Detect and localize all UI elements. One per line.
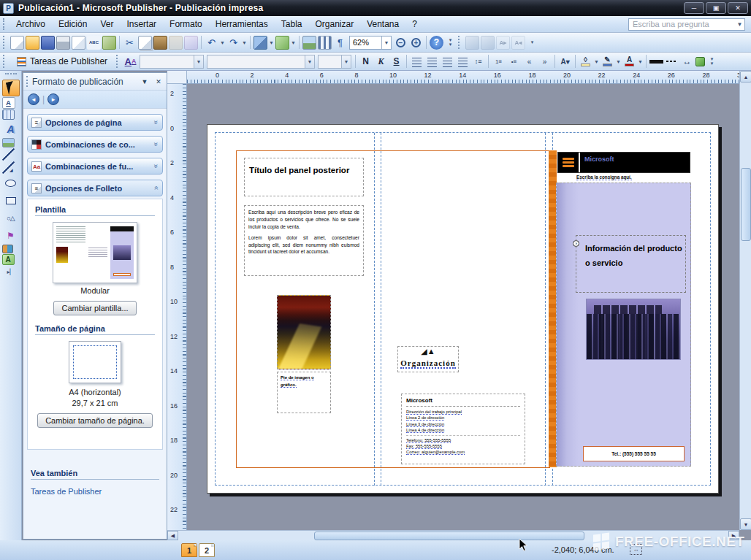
chevron-down-icon[interactable]: ▼ (615, 55, 622, 69)
chevron-down-icon[interactable]: ▼ (735, 19, 744, 30)
toolbar-options-button[interactable]: ▾▾ (446, 34, 455, 50)
toolbar-grip[interactable] (3, 18, 7, 30)
line-tool-icon[interactable] (2, 148, 15, 161)
minimize-button[interactable]: ─ (684, 2, 704, 14)
zoom-combo[interactable]: 62% ▼ (349, 36, 392, 50)
chevron-down-icon[interactable]: ▼ (241, 36, 248, 50)
bullets-icon[interactable]: •≡ (507, 55, 521, 69)
publisher-tasks-link[interactable]: Tareas de Publisher (31, 487, 102, 496)
template-thumbnail[interactable] (53, 222, 137, 283)
bring-to-front-icon[interactable] (253, 36, 267, 50)
line-spacing-icon[interactable]: ↕≡ (471, 55, 485, 69)
phone-textbox[interactable]: Tel.: (555) 555 55 55 (583, 446, 685, 461)
save-icon[interactable] (41, 36, 55, 50)
menu-insertar[interactable]: Insertar (120, 17, 163, 31)
toolbar-expand-icon[interactable]: ▸▏ (7, 269, 14, 275)
menu-ventana[interactable]: Ventana (360, 17, 405, 31)
cut-icon[interactable]: ✂ (123, 36, 137, 50)
redo-icon[interactable]: ↷ (226, 36, 240, 50)
menu-tabla[interactable]: Tabla (275, 17, 309, 31)
bookmark-tool-icon[interactable]: ⚑ (2, 227, 20, 244)
style-combo[interactable]: ▼ (140, 55, 204, 69)
section-color-schemes[interactable]: Combinaciones de co...» (27, 136, 163, 153)
publisher-tasks-button[interactable]: Tareas de Publisher (11, 54, 113, 69)
wordart-tool-icon[interactable]: A (2, 120, 20, 137)
menu-formato[interactable]: Formato (163, 17, 209, 31)
chevron-down-icon[interactable]: ▼ (219, 36, 226, 50)
zoom-in-icon[interactable]: + (409, 36, 423, 50)
toolbar-options-button[interactable]: ▾ (527, 34, 537, 50)
bold-button[interactable]: N (359, 55, 373, 69)
chevron-up-icon[interactable]: » (153, 186, 161, 191)
front-logo-bar[interactable]: Microsoft (557, 152, 690, 173)
autoshapes-tool-icon[interactable]: ○△ (2, 210, 20, 226)
align-left-icon[interactable] (410, 57, 424, 68)
picture-icon[interactable] (302, 36, 316, 50)
front-panel-picture[interactable] (586, 299, 681, 360)
chevron-down-icon[interactable]: ▼ (268, 36, 275, 50)
spelling-icon[interactable]: ABC (87, 36, 101, 50)
oval-tool-icon[interactable] (2, 174, 20, 191)
back-icon[interactable]: ◂ (28, 93, 39, 105)
paste-icon[interactable] (153, 36, 167, 50)
italic-button[interactable]: K (374, 55, 388, 69)
publication-page[interactable]: Título del panel posterior Escriba aquí … (207, 124, 719, 494)
content-library-tool-icon[interactable]: A (2, 254, 15, 265)
section-font-schemes[interactable]: AaCombinaciones de fu...» (27, 158, 163, 174)
styles-icon[interactable]: AA (123, 55, 137, 69)
font-color-icon[interactable]: A (622, 55, 636, 69)
menu-organizar[interactable]: Organizar (308, 17, 360, 31)
chevron-down-icon[interactable]: ▼ (341, 55, 351, 68)
special-characters-icon[interactable]: ¶ (333, 36, 347, 50)
increase-indent-icon[interactable]: » (538, 55, 552, 69)
chevron-down-icon[interactable]: ▼ (637, 55, 644, 69)
chevron-down-icon[interactable]: » (153, 142, 161, 147)
numbering-icon[interactable]: 1≡ (492, 55, 506, 69)
product-title-textbox[interactable]: Información del producto o servicio (576, 235, 686, 293)
dash-style-icon[interactable] (665, 55, 679, 69)
design-gallery-tool-icon[interactable] (2, 245, 13, 253)
print-preview-icon[interactable] (72, 36, 85, 50)
section-page-options[interactable]: ≡Opciones de página» (27, 114, 163, 131)
zoom-out-icon[interactable]: − (394, 36, 408, 50)
toolbar-grip[interactable] (116, 55, 120, 68)
toolbar-grip[interactable] (3, 36, 7, 49)
chevron-down-icon[interactable]: ▼ (381, 37, 391, 49)
open-icon[interactable] (26, 36, 39, 50)
decrease-indent-icon[interactable]: « (522, 55, 536, 69)
picture-frame-tool-icon[interactable] (2, 138, 15, 147)
menu-edicin[interactable]: Edición (52, 17, 94, 31)
contact-info-textbox[interactable]: Microsoft Dirección del trabajo principa… (401, 394, 525, 464)
close-button[interactable]: ✕ (728, 2, 748, 14)
scroll-right-icon[interactable]: ▶ (728, 531, 739, 540)
menu-archivo[interactable]: Archivo (9, 17, 52, 31)
toolbar-grip[interactable] (5, 73, 17, 77)
page-tab-1[interactable]: 1 (181, 543, 197, 557)
horizontal-scrollbar[interactable]: ◀ ▶ (167, 530, 739, 540)
shrink-text-icon[interactable]: A▾ (558, 55, 572, 69)
research-icon[interactable] (102, 36, 116, 50)
question-box[interactable]: Escriba una pregunta ▼ (628, 18, 745, 31)
horizontal-scroll-thumb[interactable] (314, 532, 584, 540)
font-combo[interactable]: ▼ (207, 55, 315, 69)
chevron-down-icon[interactable]: ▼ (593, 55, 600, 69)
back-panel-caption-textbox[interactable]: Pie de imagen o gráfico. (277, 372, 331, 413)
chevron-down-icon[interactable]: » (153, 120, 161, 125)
change-page-size-button[interactable]: Cambiar tamaño de página. (37, 413, 153, 428)
vertical-scrollbar[interactable]: ▲ ▼ (739, 71, 751, 530)
underline-button[interactable]: S (389, 55, 403, 69)
menu-?[interactable]: ? (405, 17, 424, 31)
undo-icon[interactable]: ↶ (205, 36, 218, 50)
pane-grip[interactable] (26, 76, 29, 87)
align-right-icon[interactable] (441, 57, 454, 68)
insert-table-tool-icon[interactable] (2, 110, 15, 120)
toolbar-options-button[interactable]: ▾▾ (707, 53, 717, 69)
chevron-down-icon[interactable]: ▼ (305, 55, 314, 68)
arrow-tool-icon[interactable] (2, 161, 15, 174)
justify-icon[interactable] (456, 57, 470, 68)
fill-color-icon[interactable]: ◊ (579, 55, 592, 69)
horizontal-ruler[interactable]: 024681012141618202224262830 (187, 71, 739, 84)
align-center-icon[interactable] (425, 57, 439, 68)
change-template-button[interactable]: Cambiar plantilla... (53, 301, 136, 315)
scroll-left-icon[interactable]: ◀ (167, 531, 178, 540)
